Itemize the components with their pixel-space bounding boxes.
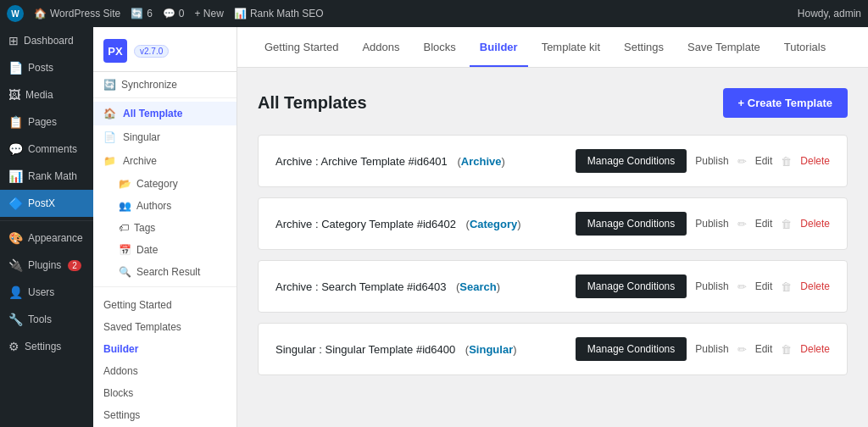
sidebar-item-tools[interactable]: 🔧 Tools bbox=[0, 306, 93, 333]
publish-link[interactable]: Publish bbox=[695, 280, 728, 292]
sub-sidebar-all-template[interactable]: 🏠 All Template bbox=[93, 102, 236, 125]
postx-sub-sidebar: PX v2.7.0 🔄 Synchronize 🏠 All Template 📄… bbox=[93, 27, 237, 427]
table-row: Archive : Category Template #id6402 (Cat… bbox=[258, 197, 848, 250]
rankmath-icon: 📊 bbox=[8, 169, 23, 183]
table-row: Archive : Search Template #id6403 (Searc… bbox=[258, 260, 848, 313]
sub-sidebar-search-result[interactable]: 🔍 Search Result bbox=[93, 261, 236, 283]
tab-template-kit[interactable]: Template kit bbox=[531, 29, 610, 67]
publish-link[interactable]: Publish bbox=[695, 218, 728, 230]
sub-sidebar-category[interactable]: 📂 Category bbox=[93, 173, 236, 195]
manage-conditions-button[interactable]: Manage Conditions bbox=[576, 149, 687, 173]
sub-sidebar-archive[interactable]: 📁 Archive bbox=[93, 149, 236, 173]
template-type: (Archive) bbox=[454, 155, 505, 168]
sep1: ✏ bbox=[737, 218, 747, 230]
updates-icon: 🔄 bbox=[131, 8, 143, 19]
sub-sidebar-authors[interactable]: 👥 Authors bbox=[93, 195, 236, 217]
template-actions: Manage Conditions Publish ✏ Edit 🗑 Delet… bbox=[576, 149, 830, 173]
sidebar-item-posts[interactable]: 📄 Posts bbox=[0, 54, 93, 81]
sub-sidebar-singular[interactable]: 📄 Singular bbox=[93, 125, 236, 149]
tags-icon: 🏷 bbox=[119, 222, 129, 234]
sub-sidebar-date[interactable]: 📅 Date bbox=[93, 239, 236, 261]
wp-logo-icon[interactable]: W bbox=[7, 5, 24, 22]
edit-link[interactable]: Edit bbox=[755, 343, 773, 355]
tab-getting-started[interactable]: Getting Started bbox=[254, 29, 348, 67]
edit-link[interactable]: Edit bbox=[755, 155, 773, 167]
delete-link[interactable]: Delete bbox=[800, 218, 830, 230]
template-info: Archive : Search Template #id6403 (Searc… bbox=[275, 280, 500, 293]
sync-button[interactable]: 🔄 Synchronize bbox=[93, 72, 236, 98]
delete-link[interactable]: Delete bbox=[800, 155, 830, 167]
manage-conditions-button[interactable]: Manage Conditions bbox=[576, 274, 687, 298]
tab-save-template[interactable]: Save Template bbox=[677, 29, 771, 67]
postx-version: v2.7.0 bbox=[134, 45, 169, 58]
table-row: Archive : Archive Template #id6401 (Arch… bbox=[258, 135, 848, 187]
sidebar-item-dashboard[interactable]: ⊞ Dashboard bbox=[0, 27, 93, 54]
postx-nav-saved-templates[interactable]: Saved Templates bbox=[93, 316, 236, 338]
sidebar-item-comments[interactable]: 💬 Comments bbox=[0, 136, 93, 163]
edit-link[interactable]: Edit bbox=[755, 280, 773, 292]
create-template-button[interactable]: + Create Template bbox=[723, 88, 848, 118]
edit-link[interactable]: Edit bbox=[755, 218, 773, 230]
delete-link[interactable]: Delete bbox=[800, 343, 830, 355]
plugins-icon: 🔌 bbox=[8, 258, 23, 272]
comments-icon: 💬 bbox=[163, 8, 175, 19]
sidebar-item-media[interactable]: 🖼 Media bbox=[0, 81, 93, 108]
sidebar-item-plugins[interactable]: 🔌 Plugins 2 bbox=[0, 252, 93, 279]
tab-tutorials[interactable]: Tutorials bbox=[774, 29, 836, 67]
sidebar-item-rankmath[interactable]: 📊 Rank Math bbox=[0, 163, 93, 190]
content-area: All Templates + Create Template Archive … bbox=[237, 68, 868, 396]
top-nav: Getting Started Addons Blocks Builder Te… bbox=[237, 27, 868, 68]
template-name: Archive : Search Template #id6403 bbox=[275, 280, 446, 293]
sidebar-item-users[interactable]: 👤 Users bbox=[0, 279, 93, 306]
tab-blocks[interactable]: Blocks bbox=[414, 29, 466, 67]
sep1: ✏ bbox=[737, 280, 747, 293]
manage-conditions-button[interactable]: Manage Conditions bbox=[576, 212, 687, 236]
sidebar-item-pages[interactable]: 📋 Pages bbox=[0, 108, 93, 136]
tab-builder[interactable]: Builder bbox=[470, 29, 528, 67]
admin-bar-howdy: Howdy, admin bbox=[798, 8, 861, 19]
template-type: (Singular) bbox=[462, 343, 516, 356]
postx-nav-blocks[interactable]: Blocks bbox=[93, 382, 236, 404]
main-sidebar: ⊞ Dashboard 📄 Posts 🖼 Media 📋 Pages 💬 Co… bbox=[0, 27, 93, 427]
appearance-icon: 🎨 bbox=[8, 231, 23, 245]
category-icon: 📂 bbox=[119, 178, 131, 190]
dashboard-icon: ⊞ bbox=[8, 34, 19, 47]
tab-addons[interactable]: Addons bbox=[352, 29, 409, 67]
main-content: Getting Started Addons Blocks Builder Te… bbox=[237, 27, 868, 427]
publish-link[interactable]: Publish bbox=[695, 343, 728, 355]
all-template-icon: 🏠 bbox=[103, 108, 116, 119]
comments-icon: 💬 bbox=[8, 142, 23, 156]
manage-conditions-button[interactable]: Manage Conditions bbox=[576, 337, 687, 361]
search-result-icon: 🔍 bbox=[119, 266, 131, 278]
postx-nav-addons[interactable]: Addons bbox=[93, 360, 236, 382]
postx-nav-settings[interactable]: Settings bbox=[93, 404, 236, 426]
postx-nav-getting-started[interactable]: Getting Started bbox=[93, 294, 236, 316]
archive-icon: 📁 bbox=[103, 155, 116, 167]
delete-link[interactable]: Delete bbox=[800, 280, 830, 292]
publish-link[interactable]: Publish bbox=[695, 155, 728, 167]
posts-icon: 📄 bbox=[8, 61, 23, 75]
admin-bar-new[interactable]: + New bbox=[195, 8, 224, 19]
sidebar-item-postx[interactable]: 🔷 PostX bbox=[0, 190, 93, 217]
tab-settings[interactable]: Settings bbox=[614, 29, 674, 67]
sep1: ✏ bbox=[737, 155, 747, 168]
date-icon: 📅 bbox=[119, 244, 131, 256]
settings-icon: ⚙ bbox=[8, 340, 19, 353]
template-name: Singular : Singular Template #id6400 bbox=[275, 343, 455, 356]
admin-bar-site[interactable]: 🏠 WordPress Site bbox=[34, 8, 120, 19]
template-actions: Manage Conditions Publish ✏ Edit 🗑 Delet… bbox=[576, 212, 830, 236]
sep1: ✏ bbox=[737, 343, 747, 356]
admin-bar-updates[interactable]: 🔄 6 bbox=[131, 8, 153, 19]
sub-sidebar-tags[interactable]: 🏷 Tags bbox=[93, 217, 236, 239]
sync-icon: 🔄 bbox=[103, 79, 116, 91]
sidebar-item-settings[interactable]: ⚙ Settings bbox=[0, 333, 93, 360]
sidebar-item-appearance[interactable]: 🎨 Appearance bbox=[0, 225, 93, 252]
table-row: Singular : Singular Template #id6400 (Si… bbox=[258, 323, 848, 375]
postx-nav-links: Getting Started Saved Templates Builder … bbox=[93, 286, 236, 427]
template-actions: Manage Conditions Publish ✏ Edit 🗑 Delet… bbox=[576, 274, 830, 298]
admin-bar-rankmath[interactable]: 📊 Rank Math SEO bbox=[234, 8, 324, 19]
site-icon: 🏠 bbox=[34, 8, 47, 19]
template-info: Singular : Singular Template #id6400 (Si… bbox=[275, 343, 517, 356]
postx-nav-builder[interactable]: Builder bbox=[93, 338, 236, 360]
admin-bar-comments[interactable]: 💬 0 bbox=[163, 8, 185, 19]
